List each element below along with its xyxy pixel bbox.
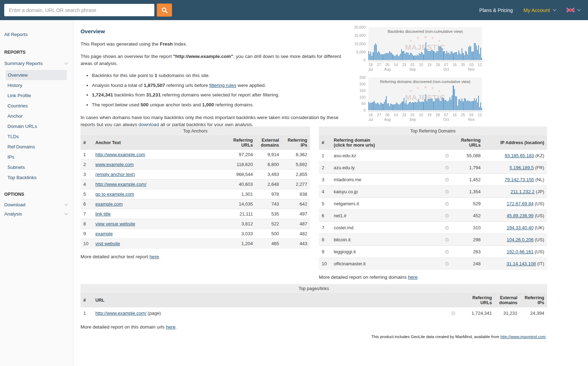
anchor-link[interactable]: visit website	[95, 241, 120, 246]
ip-address-link[interactable]: 79.142.73.155	[505, 177, 534, 182]
referring-domain[interactable]: leggioggi.it	[331, 246, 442, 258]
gear-icon[interactable]: ⚙	[448, 307, 458, 319]
gear-icon[interactable]: ⚙	[442, 174, 452, 186]
ip-address-link[interactable]: 192.0.66.161	[507, 249, 534, 254]
table-header-row: # URL Referring URLs External domains Re…	[81, 294, 547, 307]
sidebar-item-overview[interactable]: Overview	[6, 70, 67, 80]
gear-icon[interactable]: ⚙	[442, 162, 452, 174]
page-url-link[interactable]: http://www.example.com/	[95, 311, 147, 316]
gear-icon[interactable]: ⚙	[442, 246, 452, 258]
sidebar-item-ref-domains[interactable]: Ref Domains	[0, 142, 73, 152]
table-row: 3(empty anchor text)968,5443,4932,855	[81, 170, 310, 179]
table-title: Top Anchors	[81, 126, 310, 136]
gear-icon[interactable]: ⚙	[442, 210, 452, 222]
top-navigation-bar: Plans & Pricing My Account	[0, 0, 588, 20]
table-row: 7costel.md⚙310194.33.40.40 (UK)	[319, 222, 547, 234]
gear-icon[interactable]: ⚙	[442, 222, 452, 234]
sidebar-item-top-backlinks[interactable]: Top Backlinks	[0, 172, 73, 183]
ip-address-link[interactable]: 172.67.69.84	[507, 201, 534, 206]
language-selector[interactable]	[566, 8, 580, 12]
anchor-link[interactable]: example.com	[95, 201, 123, 207]
referring-domain[interactable]: mladiromi.me	[331, 174, 442, 186]
gear-icon[interactable]: ⚙	[442, 198, 452, 210]
chevron-down-icon	[65, 202, 68, 206]
table-row: 1 http://www.example.com/ (page) ⚙ 1,724…	[81, 307, 547, 319]
search-input[interactable]	[4, 4, 154, 16]
anchor-link[interactable]: www.example.com	[95, 162, 133, 167]
sidebar-item-subnets[interactable]: Subnets	[0, 162, 73, 172]
chevron-down-icon	[553, 8, 557, 11]
sidebar-item-history[interactable]: History	[0, 80, 73, 90]
referring-domain[interactable]: bitcoin.it	[331, 234, 442, 246]
sidebar-item-anchor[interactable]: Anchor	[0, 111, 73, 121]
table-row: 7link title21,111535497	[81, 209, 310, 219]
sidebar-item-summary-reports[interactable]: Summary Reports	[0, 61, 73, 66]
referring-domain[interactable]: costel.md	[331, 222, 442, 234]
search-icon	[161, 7, 168, 13]
domain-urls-here-link[interactable]: here	[166, 324, 176, 330]
ip-address-link[interactable]: 93.185.65.183	[505, 153, 534, 158]
referring-domain[interactable]: asu-edu.kz	[331, 150, 442, 162]
filtering-rules-link[interactable]: filtering rules	[209, 83, 236, 88]
referring-domain[interactable]: azu.edu.ly	[331, 162, 442, 174]
table-row: 4kaisyu.co.jp⚙1,354211.1.232.2 (JP)	[319, 186, 547, 198]
report-description-text: This page shows an overview for the repo…	[81, 53, 345, 67]
referring-domain[interactable]: kaisyu.co.jp	[331, 186, 442, 198]
col-hash: #	[81, 294, 93, 307]
sidebar-item-tlds[interactable]: TLDs	[0, 131, 73, 142]
anchor-link[interactable]: link title	[95, 211, 111, 217]
table-title: Top Referring Domains	[319, 126, 547, 136]
sidebar-item-countries[interactable]: Countries	[0, 101, 73, 111]
anchor-link[interactable]: view venue website	[95, 221, 135, 226]
my-account-menu[interactable]: My Account	[523, 7, 556, 13]
ip-address-link[interactable]: 104.26.0.206	[507, 237, 534, 242]
more-anchors-text: More detailed anchor text report here.	[81, 254, 160, 259]
referring-domain[interactable]: officinamaster.it	[331, 258, 442, 270]
table-row: 9leggioggi.it⚙263192.0.66.161 (US)	[319, 246, 547, 258]
table-row: 1http://www.example.com97,2049,9148,362	[81, 150, 310, 160]
summary-reports-label: Summary Reports	[4, 61, 43, 66]
referring-domain[interactable]: net1.ir	[331, 210, 442, 222]
sidebar-item-download[interactable]: Download	[0, 202, 73, 207]
col-referring-urls: Referring URLs	[220, 136, 256, 150]
col-referring-ips: Referring IPs	[520, 294, 547, 307]
table-row: 8bitcoin.it⚙298104.26.0.206 (US)	[319, 234, 547, 246]
ip-address-link[interactable]: 45.89.236.99	[507, 213, 534, 218]
referring-domain[interactable]: netgamers.it	[331, 198, 442, 210]
stat-subdomains: Backlinks for this site point to 1 subdo…	[92, 72, 345, 79]
my-account-label: My Account	[523, 7, 550, 13]
anchor-link[interactable]: http://www.example.com/	[95, 182, 147, 187]
referring-domains-discovered-chart: 250200150100500 Referring domains discov…	[357, 76, 483, 124]
more-referring-domains-text: More detailed report on referring domain…	[319, 274, 419, 280]
gear-icon[interactable]: ⚙	[442, 234, 452, 246]
chevron-down-icon	[65, 61, 68, 65]
gear-icon[interactable]: ⚙	[442, 186, 452, 198]
gear-icon[interactable]: ⚙	[442, 150, 452, 162]
anchor-link[interactable]: example	[95, 231, 113, 236]
ip-address-link[interactable]: 194.33.40.40	[507, 225, 534, 230]
gear-icon[interactable]: ⚙	[442, 258, 452, 270]
anchor-link[interactable]: (empty anchor text)	[95, 172, 135, 177]
ip-address-link[interactable]: 31.14.143.108	[506, 261, 536, 266]
col-referring-ips: Referring IPs	[282, 136, 310, 150]
ip-address-link[interactable]: 5.196.189.5	[510, 165, 534, 170]
sidebar-item-all-reports[interactable]: All Reports	[0, 31, 73, 38]
anchor-link[interactable]: go to example.com	[95, 191, 134, 197]
table-row: 6net1.ir⚙45245.89.236.99 (US)	[319, 210, 547, 222]
sidebar-item-domain-urls[interactable]: Domain URLs	[0, 121, 73, 131]
col-external-domains: External domains	[495, 294, 520, 307]
ip-address-link[interactable]: 211.1.232.2	[511, 189, 535, 194]
search-button[interactable]	[157, 4, 172, 17]
referring-domains-here-link[interactable]: here	[408, 274, 417, 280]
col-referring-urls: Referring URLs	[452, 136, 483, 150]
sidebar-item-analysis[interactable]: Analysis	[0, 211, 73, 217]
anchor-link[interactable]: http://www.example.com	[95, 152, 145, 157]
anchor-report-here-link[interactable]: here	[149, 254, 159, 259]
sidebar-item-link-profile[interactable]: Link Profile	[0, 90, 73, 101]
sidebar: All Reports REPORTS Summary Reports Over…	[0, 20, 73, 366]
col-ip-address: IP Address (location)	[483, 136, 547, 150]
geolite-attribution: This product includes GeoLite data creat…	[371, 335, 547, 339]
plans-pricing-link[interactable]: Plans & Pricing	[479, 7, 513, 13]
sidebar-item-ips[interactable]: IPs	[0, 152, 73, 162]
maxmind-link[interactable]: http://www.maxmind.com	[500, 335, 546, 339]
